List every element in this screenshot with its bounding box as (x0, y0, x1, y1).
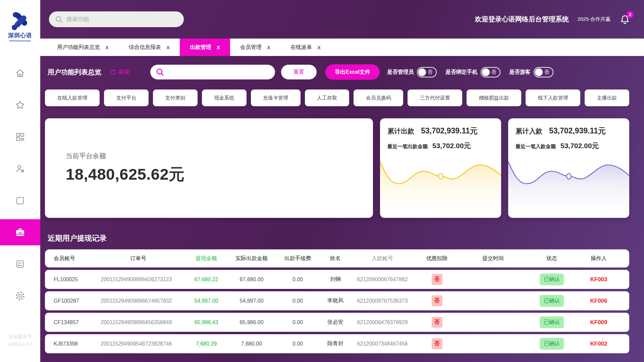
quick-button-6[interactable]: 会员兑换码 (354, 89, 403, 106)
column-header-name: 姓名 (320, 255, 351, 262)
payout-total: 53,702,939.11元 (421, 126, 478, 136)
toggle-state: 否 (491, 69, 496, 75)
version-info: 当前版本号 V2024.2.0.8 (0, 333, 40, 348)
toolbar: 用户功能列表总览 刷新 重置 导出Excel文件 是否管理员否是否绑定手机否是否… (45, 64, 629, 80)
global-search-input[interactable] (66, 16, 178, 23)
quick-button-9[interactable]: 线下入款管理 (526, 89, 580, 106)
column-header-status: 状态 (527, 255, 577, 262)
sidebar-item-dashboard[interactable] (0, 124, 40, 150)
tab-0[interactable]: 用户功能列表总览X (47, 39, 119, 56)
user-list-icon (15, 163, 25, 174)
table-row: FL10002520011529490989642627312367,680.2… (45, 270, 629, 289)
sidebar-item-checklist[interactable] (0, 251, 40, 277)
cell-status: 已确认 (527, 295, 577, 307)
payin-total: 53,702,939.11元 (549, 126, 606, 136)
tab-label: 在线派单 (290, 44, 312, 51)
column-header-account: 会员账号 (54, 255, 101, 262)
balance-label: 当前平台余额 (66, 152, 373, 161)
brand-logo: 深圳心语 shenzhenxinyu (0, 0, 40, 50)
payin-sparkline (508, 156, 629, 218)
operator-id: KF002 (590, 341, 607, 347)
cell-actual_amount: 65,986.00 (228, 319, 275, 325)
quick-button-5[interactable]: 人工存取 (305, 89, 350, 106)
cell-fee: 0.00 (275, 277, 320, 283)
slogan-text: 2025-合作共赢 (578, 16, 610, 22)
tab-label: 用户功能列表总览 (57, 44, 100, 51)
tab-2[interactable]: 出款管理X (180, 39, 230, 56)
balance-card: 当前平台余额 18,480,625.62元 (45, 118, 373, 218)
table-body: FL10002520011529490989642627312367,680.2… (45, 267, 629, 353)
toggle-knob (535, 68, 543, 76)
toggle-group: 是否管理员否是否绑定手机否是否游客否 (387, 67, 553, 77)
reset-button[interactable]: 重置 (281, 65, 317, 79)
table-section-title: 近期用户提现记录 (48, 233, 629, 243)
quick-button-3[interactable]: 现金系统 (202, 89, 247, 106)
toggle-switch[interactable]: 否 (534, 67, 553, 77)
cell-bank_account: 62120006478378929 (351, 319, 414, 325)
cell-operator: KF002 (577, 341, 621, 347)
cell-amount: 65,986.43 (184, 319, 228, 325)
cell-order_no: 200115294909896456358849 (101, 319, 184, 325)
toggle-switch[interactable]: 否 (417, 67, 437, 77)
cell-amount: 7,680.29 (184, 341, 228, 347)
briefcase-icon (14, 227, 26, 238)
operator-id: KF003 (590, 276, 607, 283)
cell-operator: KF006 (577, 298, 621, 304)
toggle-switch[interactable]: 否 (481, 67, 500, 77)
sidebar-item-user-list[interactable] (0, 156, 40, 182)
filter-search (150, 65, 275, 79)
table-row: CF13485720011529490989645635884965,986.4… (45, 313, 629, 332)
tab-close-icon[interactable]: X (317, 45, 321, 50)
page-title: 用户功能列表总览 (48, 68, 101, 77)
tab-close-icon[interactable]: X (217, 45, 220, 50)
toggle-state: 否 (544, 69, 549, 75)
sidebar-item-gear[interactable] (0, 283, 40, 309)
tab-4[interactable]: 在线派单X (280, 39, 331, 56)
filter-search-input[interactable] (167, 69, 270, 75)
status-badge: 已确认 (540, 338, 564, 350)
cell-discount: 否 (414, 274, 460, 285)
quick-button-0[interactable]: 在线入款管理 (45, 89, 100, 106)
star-icon (15, 100, 25, 110)
cell-order_no: 200115294909546723828746 (101, 341, 184, 347)
quick-button-7[interactable]: 三方代付设置 (408, 89, 462, 106)
toggle-label: 是否绑定手机 (445, 69, 478, 76)
payout-card: 累计出款 53,702,939.11元 最近一笔出款金额 53,702.00元 (380, 118, 501, 218)
sidebar-item-home[interactable] (0, 60, 40, 86)
sidebar-item-briefcase[interactable] (0, 219, 40, 245)
quick-button-8[interactable]: 稽核损益出款 (467, 89, 521, 106)
quick-button-4[interactable]: 充值卡管理 (251, 89, 301, 106)
quick-button-10[interactable]: 主播出款 (585, 89, 629, 106)
discount-badge: 否 (432, 317, 442, 328)
quick-button-1[interactable]: 支付平台 (104, 89, 149, 106)
tab-1[interactable]: 综合信息报表X (119, 39, 180, 56)
sidebar: 深圳心语 shenzhenxinyu 当前版本号 V2024.2.0.8 (0, 0, 40, 362)
payout-latest-label: 最近一笔出款金额 (387, 143, 428, 150)
cell-amount: 67,680.22 (184, 277, 228, 283)
quick-button-2[interactable]: 支付类别 (153, 89, 198, 106)
notification-bell[interactable]: 2 (619, 14, 631, 25)
cell-fee: 0.00 (275, 319, 320, 325)
payin-latest-label: 最近一笔入款金额 (516, 143, 556, 150)
tab-close-icon[interactable]: X (267, 45, 270, 50)
tab-close-icon[interactable]: X (166, 45, 170, 50)
app-window: 深圳心语 shenzhenxinyu 当前版本号 V2024.2.0.8 欢迎登… (0, 0, 644, 362)
toggle-state: 否 (428, 69, 433, 75)
brand-name-en: shenzhenxinyu (9, 39, 31, 42)
export-excel-button[interactable]: 导出Excel文件 (325, 64, 380, 80)
table-header-row: 会员账号订单号提现金额实际出款金额出款手续费姓名入款账号优惠扣除提交时间状态操作… (45, 249, 629, 267)
cell-discount: 否 (414, 295, 460, 306)
tab-3[interactable]: 会员管理X (230, 39, 280, 56)
top-header: 欢迎登录心语网络后台管理系统 2025-合作共赢 2 (40, 0, 644, 39)
cell-order_no: 200115294909896426273123 (101, 277, 184, 283)
sidebar-item-document[interactable] (0, 187, 40, 214)
refresh-button[interactable]: 刷新 (110, 69, 129, 76)
payout-sparkline (380, 156, 501, 218)
operator-id: KF009 (590, 319, 607, 325)
checklist-icon (15, 259, 25, 269)
cell-account: CF134857 (54, 319, 101, 325)
tab-close-icon[interactable]: X (105, 45, 109, 50)
column-header-submit_time: 提交时间 (460, 255, 527, 262)
sidebar-item-star[interactable] (0, 92, 40, 118)
discount-badge: 否 (432, 338, 442, 349)
